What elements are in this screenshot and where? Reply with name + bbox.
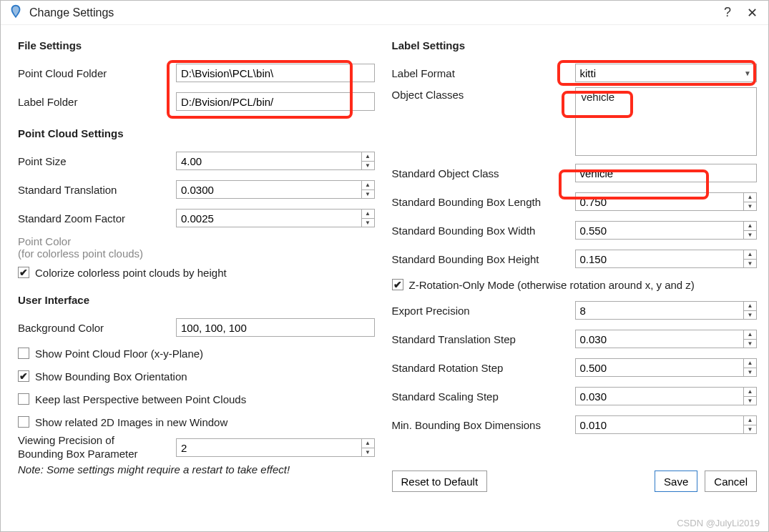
colorize-checkbox[interactable] [18,267,29,278]
label-show-2d: Show related 2D Images in new Window [35,416,227,428]
bbox-height-spinbox[interactable]: ▲▼ [575,250,758,268]
spin-down-icon[interactable]: ▼ [744,231,756,240]
row-keep-perspective: Keep last Perspective between Point Clou… [9,388,375,410]
row-show-orientation: Show Bounding Box Orientation [9,365,375,388]
row-std-object-class: Standard Object Class [392,159,758,187]
spin-up-icon[interactable]: ▲ [362,439,374,448]
label-format-select-wrap[interactable] [575,64,758,82]
std-zoom-spinbox[interactable]: ▲▼ [176,209,375,227]
std-rotation-step-spinbox[interactable]: ▲▼ [575,358,758,377]
export-precision-spinbox[interactable]: ▲▼ [575,301,758,320]
std-translation-spinbox[interactable]: ▲▼ [176,180,375,199]
buttons-row: Reset to Default Save Cancel [392,466,758,492]
spin-down-icon[interactable]: ▼ [744,260,756,268]
app-icon [8,4,24,21]
settings-dialog: Change Settings ? ✕ File Settings Point … [0,0,769,532]
spin-down-icon[interactable]: ▼ [362,162,374,170]
label-bbox-width: Standard Bounding Box Width [392,225,571,237]
row-std-rotation-step: Standard Rotation Step ▲▼ [392,353,758,382]
show-floor-checkbox[interactable] [18,348,29,359]
zrot-checkbox[interactable] [392,279,403,290]
point-cloud-folder-input[interactable] [176,64,375,82]
spin-down-icon[interactable]: ▼ [744,311,756,320]
std-scaling-step-spinbox[interactable]: ▲▼ [575,387,758,405]
row-export-precision: Export Precision ▲▼ [392,296,758,325]
label-point-size: Point Size [18,155,172,167]
spin-up-icon[interactable]: ▲ [744,222,756,231]
object-classes-list[interactable]: vehicle [575,87,758,156]
spin-down-icon[interactable]: ▼ [744,368,756,377]
spin-down-icon[interactable]: ▼ [744,397,756,405]
spin-down-icon[interactable]: ▼ [362,448,374,457]
std-translation-step-input[interactable] [576,330,744,348]
export-precision-input[interactable] [576,302,744,319]
viewing-precision-spinbox[interactable]: ▲▼ [176,438,375,457]
std-translation-step-spinbox[interactable]: ▲▼ [575,330,758,348]
bbox-length-input[interactable] [576,193,744,210]
std-zoom-input[interactable] [177,210,361,227]
spin-up-icon[interactable]: ▲ [362,210,374,219]
row-viewing-precision: Viewing Precision of Bounding Box Parame… [9,433,375,462]
label-show-orientation: Show Bounding Box Orientation [35,370,187,383]
bbox-length-spinbox[interactable]: ▲▼ [575,192,758,211]
viewing-precision-input[interactable] [177,439,361,456]
left-column: File Settings Point Cloud Folder Label F… [9,34,375,492]
min-bbox-dim-input[interactable] [576,416,744,433]
bg-color-input[interactable] [176,318,375,337]
show-2d-checkbox[interactable] [18,416,29,428]
row-object-classes: Object Classes vehicle [392,87,758,159]
row-std-translation: Standard Translation ▲▼ [9,175,375,204]
spin-down-icon[interactable]: ▼ [744,340,756,348]
watermark: CSDN @JulyLi2019 [677,518,760,528]
spin-down-icon[interactable]: ▼ [744,425,756,434]
row-bbox-length: Standard Bounding Box Length ▲▼ [392,187,758,216]
label-point-color-hint: (for colorless point clouds) [18,247,375,260]
bbox-height-input[interactable] [576,250,744,267]
label-std-translation-step: Standard Translation Step [392,333,571,345]
std-translation-input[interactable] [177,181,361,198]
label-std-object-class: Standard Object Class [392,167,571,179]
std-object-class-input[interactable] [575,164,758,182]
save-button[interactable]: Save [655,471,697,492]
show-orientation-checkbox[interactable] [18,370,29,382]
spin-up-icon[interactable]: ▲ [744,250,756,260]
min-bbox-dim-spinbox[interactable]: ▲▼ [575,415,758,434]
label-bbox-length: Standard Bounding Box Length [392,196,571,208]
titlebar: Change Settings ? ✕ [1,1,768,25]
row-show-2d: Show related 2D Images in new Window [9,410,375,433]
bbox-width-spinbox[interactable]: ▲▼ [575,221,758,240]
reset-button[interactable]: Reset to Default [392,471,488,492]
section-point-cloud-settings: Point Cloud Settings [18,127,375,139]
spin-up-icon[interactable]: ▲ [362,181,374,190]
row-label-folder: Label Folder [9,87,375,116]
spin-down-icon[interactable]: ▼ [362,190,374,199]
label-folder-input[interactable] [176,92,375,111]
point-size-spinbox[interactable]: ▲▼ [176,152,375,170]
spin-up-icon[interactable]: ▲ [744,302,756,311]
close-icon[interactable]: ✕ [743,5,761,21]
help-button[interactable]: ? [718,5,737,20]
spin-up-icon[interactable]: ▲ [362,152,374,162]
spin-up-icon[interactable]: ▲ [744,330,756,340]
row-std-zoom: Standard Zoom Factor ▲▼ [9,204,375,232]
label-viewing-precision: Viewing Precision of Bounding Box Parame… [18,434,172,461]
label-format-select[interactable] [575,64,758,82]
object-classes-item[interactable]: vehicle [576,88,757,106]
row-point-size: Point Size ▲▼ [9,147,375,175]
dialog-content: File Settings Point Cloud Folder Label F… [1,25,768,498]
std-scaling-step-input[interactable] [576,388,744,405]
spin-up-icon[interactable]: ▲ [744,193,756,202]
std-rotation-step-input[interactable] [576,359,744,376]
row-zrot: Z-Rotation-Only Mode (otherwise rotation… [392,273,758,296]
spin-down-icon[interactable]: ▼ [362,219,374,227]
spin-up-icon[interactable]: ▲ [744,359,756,368]
point-size-input[interactable] [177,152,361,169]
spin-up-icon[interactable]: ▲ [744,388,756,397]
spin-up-icon[interactable]: ▲ [744,416,756,425]
spin-down-icon[interactable]: ▼ [744,202,756,211]
section-label-settings: Label Settings [392,39,758,51]
cancel-button[interactable]: Cancel [705,471,757,492]
keep-perspective-checkbox[interactable] [18,393,29,405]
row-std-scaling-step: Standard Scaling Step ▲▼ [392,382,758,410]
bbox-width-input[interactable] [576,222,744,239]
